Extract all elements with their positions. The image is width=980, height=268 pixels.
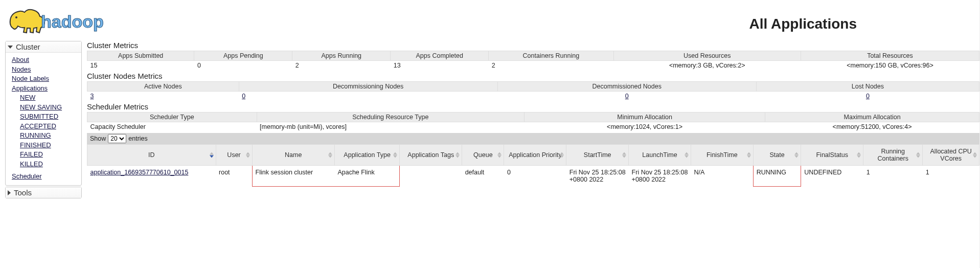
link-active-nodes[interactable]: 3 <box>90 93 94 100</box>
cell-sched-type: Capacity Scheduler <box>87 122 257 132</box>
col-running-containers-label: Running Containers <box>878 148 908 162</box>
table-row: Apps Submitted Apps Pending Apps Running… <box>87 51 979 61</box>
col-decommed-nodes[interactable]: Decommissioned Nodes <box>497 82 756 92</box>
cell-apps-running: 2 <box>292 61 391 71</box>
col-containers-running[interactable]: Containers Running <box>489 51 613 61</box>
show-entries-suffix: entries <box>128 135 148 142</box>
section-title-cluster-metrics: Cluster Metrics <box>87 41 979 50</box>
col-app-priority[interactable]: Application Priority <box>504 145 566 166</box>
col-apps-submitted[interactable]: Apps Submitted <box>87 51 194 61</box>
col-apps-completed[interactable]: Apps Completed <box>391 51 489 61</box>
page-title: All Applications <box>749 16 857 32</box>
link-decomm-nodes[interactable]: 0 <box>242 93 245 100</box>
sched-metrics-table: Scheduler Type Scheduling Resource Type … <box>87 112 979 131</box>
sidebar-link-killed[interactable]: KILLED <box>20 160 78 169</box>
sidebar-link-nodes[interactable]: Nodes <box>12 65 78 74</box>
col-running-containers[interactable]: Running Containers <box>863 145 923 166</box>
show-entries-prefix: Show <box>90 135 106 142</box>
sort-arrows-icon <box>328 152 332 158</box>
sidebar-link-accepted[interactable]: ACCEPTED <box>20 122 78 131</box>
col-id[interactable]: ID <box>87 145 216 166</box>
col-app-priority-label: Application Priority <box>509 151 562 159</box>
col-active-nodes[interactable]: Active Nodes <box>87 82 239 92</box>
sidebar-header-cluster[interactable]: Cluster <box>6 41 81 53</box>
col-apps-running[interactable]: Apps Running <box>292 51 391 61</box>
cell-total-resources: <memory:150 GB, vCores:96> <box>801 61 979 71</box>
col-final-status-label: FinalStatus <box>816 151 848 159</box>
col-state-label: State <box>769 151 784 159</box>
sort-arrows-icon <box>622 152 626 158</box>
cell-used-resources: <memory:3 GB, vCores:2> <box>613 61 801 71</box>
col-vcores[interactable]: Allocated CPU VCores <box>923 145 979 166</box>
sidebar-link-finished[interactable]: FINISHED <box>20 141 78 150</box>
cluster-metrics-table: Apps Submitted Apps Pending Apps Running… <box>87 51 979 70</box>
sidebar-link-new[interactable]: NEW <box>20 93 78 102</box>
sidebar-link-applications[interactable]: Applications <box>12 84 78 93</box>
col-user[interactable]: User <box>216 145 252 166</box>
sidebar-tools-label: Tools <box>14 188 32 197</box>
cell-vcores: 1 <box>923 166 979 187</box>
svg-point-0 <box>15 16 17 18</box>
sidebar-link-new-saving[interactable]: NEW SAVING <box>20 103 78 112</box>
col-app-type-label: Application Type <box>344 151 391 159</box>
col-used-resources[interactable]: Used Resources <box>613 51 801 61</box>
col-queue-label: Queue <box>473 151 493 159</box>
sort-arrows-icon <box>916 152 920 158</box>
cell-user: root <box>216 166 252 187</box>
sidebar-link-about[interactable]: About <box>12 55 78 64</box>
col-name[interactable]: Name <box>252 145 334 166</box>
link-decommed-nodes[interactable]: 0 <box>625 93 629 100</box>
sort-arrows-icon <box>246 152 250 158</box>
sidebar-section-tools: Tools <box>5 187 82 198</box>
main-content: Cluster Metrics Apps Submitted Apps Pend… <box>82 41 979 187</box>
table-row: Scheduler Type Scheduling Resource Type … <box>87 113 979 122</box>
col-app-tags[interactable]: Application Tags <box>400 145 462 166</box>
table-row: Active Nodes Decommissioning Nodes Decom… <box>87 82 979 92</box>
cell-max-alloc: <memory:51200, vCores:4> <box>765 122 979 132</box>
cell-start-time: Fri Nov 25 18:25:08 +0800 2022 <box>566 166 629 187</box>
applications-table: ID User Name Application Type Applicatio… <box>87 144 979 187</box>
col-decomm-nodes[interactable]: Decommissioning Nodes <box>239 82 497 92</box>
col-launch-time[interactable]: LaunchTime <box>629 145 691 166</box>
col-state[interactable]: State <box>753 145 801 166</box>
col-sched-type[interactable]: Scheduler Type <box>87 113 257 122</box>
col-finish-time[interactable]: FinishTime <box>691 145 753 166</box>
section-title-sched-metrics: Scheduler Metrics <box>87 102 979 111</box>
sidebar-section-cluster: Cluster About Nodes Node Labels Applicat… <box>5 41 82 186</box>
cell-apps-pending: 0 <box>194 61 292 71</box>
show-entries-select[interactable]: 20 <box>108 134 126 143</box>
link-lost-nodes[interactable]: 0 <box>866 93 870 100</box>
cell-app-type: Apache Flink <box>334 166 399 187</box>
col-sched-res-type[interactable]: Scheduling Resource Type <box>257 113 525 122</box>
sidebar-header-tools[interactable]: Tools <box>6 187 81 198</box>
col-vcores-label: Allocated CPU VCores <box>930 148 972 162</box>
cell-apps-submitted: 15 <box>87 61 194 71</box>
sidebar-link-node-labels[interactable]: Node Labels <box>12 74 78 83</box>
header: hadoop All Applications <box>0 0 979 41</box>
col-total-resources[interactable]: Total Resources <box>801 51 979 61</box>
col-min-alloc[interactable]: Minimum Allocation <box>525 113 765 122</box>
sidebar-link-scheduler[interactable]: Scheduler <box>12 172 78 181</box>
chevron-right-icon <box>8 190 11 195</box>
col-app-type[interactable]: Application Type <box>334 145 399 166</box>
sidebar-link-submitted[interactable]: SUBMITTED <box>20 112 78 121</box>
sort-arrows-icon <box>857 152 861 158</box>
link-application-id[interactable]: application_1669357770610_0015 <box>90 169 189 176</box>
section-title-nodes-metrics: Cluster Nodes Metrics <box>87 72 979 80</box>
col-final-status[interactable]: FinalStatus <box>801 145 863 166</box>
col-queue[interactable]: Queue <box>462 145 504 166</box>
table-row: application_1669357770610_0015 root Flin… <box>87 166 979 187</box>
col-launch-time-label: LaunchTime <box>642 151 677 159</box>
cell-name: Flink session cluster <box>252 166 334 187</box>
cell-queue: default <box>462 166 504 187</box>
col-start-time[interactable]: StartTime <box>566 145 629 166</box>
sidebar-link-running[interactable]: RUNNING <box>20 131 78 140</box>
sort-arrows-icon <box>973 152 977 158</box>
sidebar-link-failed[interactable]: FAILED <box>20 150 78 159</box>
col-max-alloc[interactable]: Maximum Allocation <box>765 113 979 122</box>
col-apps-pending[interactable]: Apps Pending <box>194 51 292 61</box>
table-row: ID User Name Application Type Applicatio… <box>87 145 979 166</box>
cell-launch-time: Fri Nov 25 18:25:08 +0800 2022 <box>629 166 691 187</box>
table-row: Capacity Scheduler [memory-mb (unit=Mi),… <box>87 122 979 132</box>
col-lost-nodes[interactable]: Lost Nodes <box>756 82 979 92</box>
